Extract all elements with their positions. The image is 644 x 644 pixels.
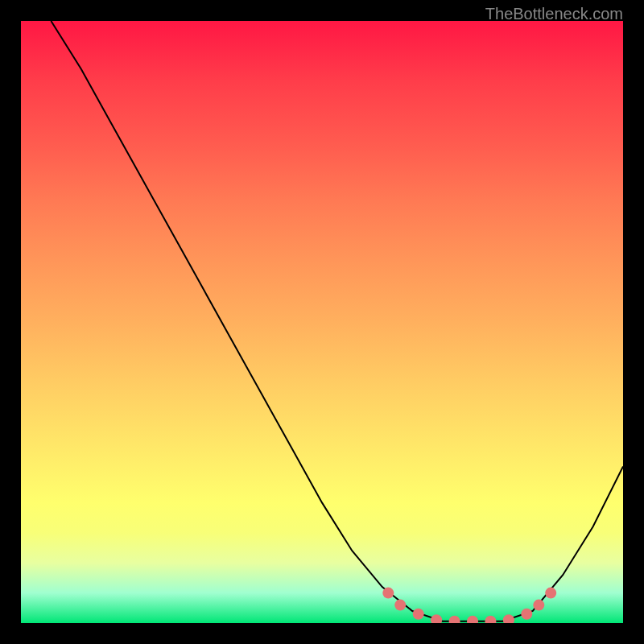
svg-point-4 [449,616,460,623]
svg-point-10 [545,588,556,599]
watermark-text: TheBottleneck.com [485,5,623,23]
optimal-zone-dots [21,21,623,623]
svg-point-2 [413,609,424,620]
svg-point-7 [503,614,514,623]
svg-point-8 [521,609,532,620]
svg-point-0 [382,588,394,599]
svg-point-1 [394,600,406,611]
svg-point-3 [431,614,442,623]
svg-point-9 [533,600,544,611]
svg-point-5 [467,616,478,623]
svg-point-6 [485,616,496,623]
